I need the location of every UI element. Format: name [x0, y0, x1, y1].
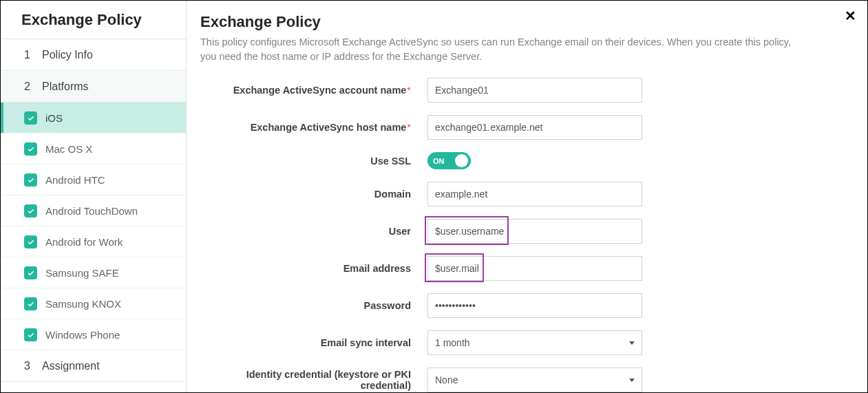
main-panel: ✕ Exchange Policy This policy configures…: [187, 1, 867, 392]
label-use-ssl: Use SSL: [200, 156, 427, 167]
row-host-name: Exchange ActiveSync host name*: [200, 115, 854, 140]
sidebar-item-android-touchdown[interactable]: Android TouchDown: [1, 195, 186, 226]
label-host-name: Exchange ActiveSync host name*: [200, 122, 427, 133]
select-value: None: [435, 374, 458, 385]
platform-label: Samsung KNOX: [45, 298, 121, 310]
page-description: This policy configures Microsoft Exchang…: [200, 35, 806, 64]
step-label: Assignment: [42, 360, 100, 372]
label-account-name: Exchange ActiveSync account name*: [200, 85, 427, 96]
platform-label: Android for Work: [45, 236, 123, 248]
row-identity-credential: Identity credential (keystore or PKI cre…: [200, 368, 854, 392]
sidebar: Exchange Policy 1 Policy Info 2 Platform…: [1, 1, 187, 392]
toggle-text: ON: [433, 157, 445, 165]
sidebar-title: Exchange Policy: [21, 11, 165, 29]
row-domain: Domain: [200, 182, 854, 206]
label-user: User: [200, 226, 427, 237]
input-domain[interactable]: [427, 182, 642, 206]
nav-step-assignment[interactable]: 3 Assignment: [1, 350, 186, 382]
sidebar-item-ios[interactable]: iOS: [1, 103, 186, 134]
row-use-ssl: Use SSL ON: [200, 152, 854, 169]
platform-label: Android TouchDown: [45, 205, 138, 217]
row-email: Email address: [200, 256, 854, 281]
select-sync-interval[interactable]: 1 month: [427, 330, 642, 355]
step-label: Policy Info: [42, 49, 93, 61]
input-email[interactable]: [427, 256, 642, 281]
input-user[interactable]: [427, 219, 642, 244]
sidebar-item-android-for-work[interactable]: Android for Work: [1, 226, 186, 257]
step-number: 3: [24, 360, 35, 372]
sidebar-header: Exchange Policy: [1, 1, 186, 39]
label-sync-interval: Email sync interval: [200, 337, 427, 348]
checkbox-checked-icon: [24, 142, 37, 156]
caret-down-icon: [629, 379, 635, 382]
platform-label: Android HTC: [45, 174, 105, 186]
checkbox-checked-icon: [24, 204, 37, 217]
step-label: Platforms: [42, 81, 89, 93]
checkbox-checked-icon: [24, 328, 37, 341]
toggle-knob: [455, 154, 468, 167]
step-number: 2: [24, 81, 35, 93]
nav-step-platforms[interactable]: 2 Platforms: [1, 71, 186, 103]
row-user: User: [200, 219, 854, 244]
row-sync-interval: Email sync interval 1 month: [200, 330, 854, 355]
toggle-use-ssl[interactable]: ON: [427, 152, 471, 169]
label-password: Password: [200, 300, 427, 311]
close-button[interactable]: ✕: [845, 9, 856, 23]
page-title: Exchange Policy: [200, 13, 854, 31]
input-host-name[interactable]: [427, 115, 642, 140]
checkbox-checked-icon: [24, 266, 37, 279]
label-email: Email address: [200, 263, 427, 274]
input-account-name[interactable]: [427, 78, 642, 103]
platform-label: Windows Phone: [45, 329, 120, 341]
row-password: Password: [200, 293, 854, 318]
row-account-name: Exchange ActiveSync account name*: [200, 78, 854, 103]
checkbox-checked-icon: [24, 173, 37, 187]
sidebar-item-windows-phone[interactable]: Windows Phone: [1, 319, 186, 350]
checkbox-checked-icon: [24, 235, 37, 248]
select-identity-credential[interactable]: None: [427, 368, 642, 392]
platform-label: Samsung SAFE: [45, 267, 119, 279]
caret-down-icon: [629, 341, 635, 345]
label-identity-credential: Identity credential (keystore or PKI cre…: [200, 369, 427, 391]
select-value: 1 month: [435, 337, 470, 348]
sidebar-item-macosx[interactable]: Mac OS X: [1, 134, 186, 164]
platform-label: iOS: [45, 112, 63, 124]
sidebar-item-samsung-safe[interactable]: Samsung SAFE: [1, 257, 186, 288]
sidebar-item-android-htc[interactable]: Android HTC: [1, 164, 186, 195]
label-domain: Domain: [200, 189, 427, 200]
checkbox-checked-icon: [24, 111, 37, 125]
platform-label: Mac OS X: [45, 143, 92, 155]
nav-step-policy-info[interactable]: 1 Policy Info: [1, 39, 186, 71]
input-password[interactable]: [427, 293, 642, 318]
sidebar-item-samsung-knox[interactable]: Samsung KNOX: [1, 288, 186, 319]
checkbox-checked-icon: [24, 297, 37, 310]
step-number: 1: [24, 49, 35, 61]
